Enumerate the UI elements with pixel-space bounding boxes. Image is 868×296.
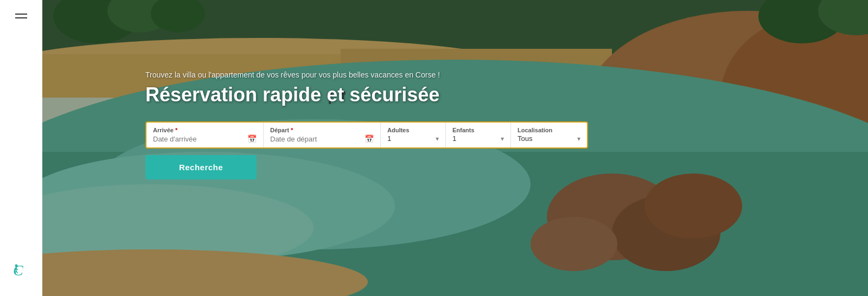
- hero-section: Trouvez la villa ou l'appartement de vos…: [42, 0, 868, 296]
- search-button[interactable]: Recherche: [145, 155, 257, 179]
- logo[interactable]: C: [11, 259, 31, 280]
- children-select[interactable]: 0 1 2 3 4 5: [452, 134, 485, 143]
- arrival-label: Arrivée *: [153, 127, 257, 133]
- sidebar: C: [0, 0, 42, 296]
- adults-select-wrapper: 1 2 3 4 5 6 7 8 9 10: [387, 134, 439, 143]
- location-select[interactable]: Tous Ajaccio Bastia Porto-Vecchio Calvi …: [518, 134, 572, 143]
- departure-input[interactable]: [270, 135, 361, 143]
- adults-select[interactable]: 1 2 3 4 5 6 7 8 9 10: [387, 134, 420, 143]
- children-select-wrapper: 0 1 2 3 4 5: [452, 134, 504, 143]
- arrival-input-wrap: 📅: [153, 134, 257, 143]
- search-form: Arrivée * 📅 Départ *: [145, 121, 588, 179]
- adults-field-group: Adultes 1 2 3 4 5 6 7 8 9: [381, 123, 446, 147]
- adults-label: Adultes: [387, 127, 439, 133]
- svg-text:C: C: [13, 262, 23, 279]
- svg-point-1: [15, 265, 18, 267]
- hero-content: Trouvez la villa ou l'appartement de vos…: [145, 70, 588, 179]
- children-label: Enfants: [452, 127, 504, 133]
- page-wrapper: C: [0, 0, 868, 296]
- hero-subtitle: Trouvez la villa ou l'appartement de vos…: [145, 70, 588, 79]
- arrival-input[interactable]: [153, 135, 244, 143]
- departure-calendar-icon[interactable]: 📅: [365, 134, 374, 143]
- menu-button[interactable]: [12, 11, 30, 21]
- arrival-field-group: Arrivée * 📅: [146, 123, 264, 147]
- arrival-calendar-icon[interactable]: 📅: [247, 134, 257, 143]
- hero-title: Réservation rapide et sécurisée: [145, 83, 588, 106]
- location-label: Localisation: [518, 127, 580, 133]
- location-field-group: Localisation Tous Ajaccio Bastia Porto-V…: [511, 123, 587, 147]
- departure-label: Départ *: [270, 127, 374, 133]
- departure-input-wrap: 📅: [270, 134, 374, 143]
- location-select-wrapper: Tous Ajaccio Bastia Porto-Vecchio Calvi …: [518, 134, 580, 143]
- search-fields-container: Arrivée * 📅 Départ *: [145, 121, 588, 149]
- departure-field-group: Départ * 📅: [264, 123, 381, 147]
- children-field-group: Enfants 0 1 2 3 4 5: [446, 123, 511, 147]
